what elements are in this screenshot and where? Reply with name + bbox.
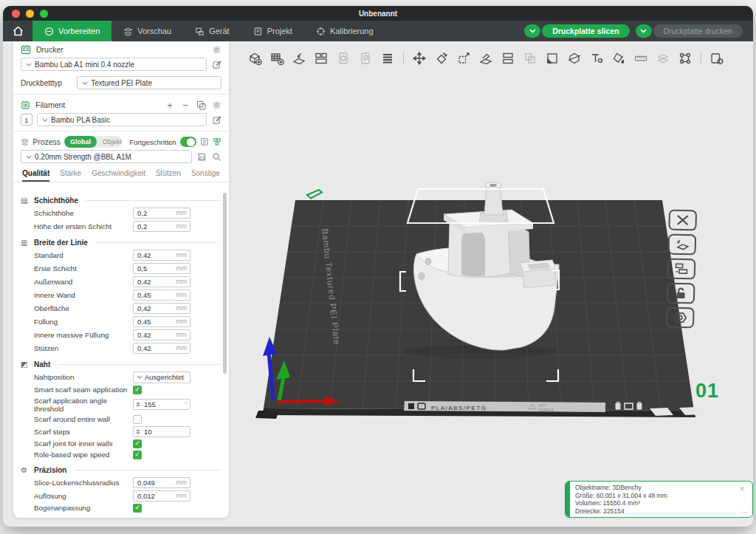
bed-type-select[interactable]: Textured PEI Plate [77,76,221,89]
checkbox[interactable] [133,451,142,459]
tab-kalibrierung[interactable]: Kalibrierung [304,21,385,41]
filament-preset-select[interactable]: Bambu PLA Basic [37,113,207,126]
value-input[interactable]: 0,2mm [133,208,190,219]
setting-row: Slice-Lückenschlussradius 0,049mm [13,476,229,489]
value-input[interactable]: 0,42mm [133,250,190,261]
tab-label: Gerät [209,27,230,35]
value-input[interactable]: 0,2mm [133,221,190,232]
plate-action-buttons [666,210,697,329]
info-size: Größe: 60.001 x 31.004 x 48 mm [575,492,736,500]
checkbox[interactable] [133,504,142,513]
slice-plate-button[interactable]: Druckplatte slicen [542,24,629,38]
tab-sonstige[interactable]: Sonstige [191,169,220,182]
viewport-3d[interactable]: Bambu Textured PEI Plate [229,47,753,527]
value-input[interactable]: 0,5mm [133,263,190,274]
arrange-plate-button[interactable] [667,259,696,280]
tab-qualitaet[interactable]: Qualität [22,169,49,182]
checkbox[interactable] [133,439,142,448]
seam-position-select[interactable]: Ausgerichtet [133,372,190,383]
process-tabs: Qualität Stärke Geschwindigkeit Stützen … [13,165,229,182]
sync-filament-icon[interactable] [196,100,206,110]
tab-geschwindigkeit[interactable]: Geschwindigkeit [92,169,145,182]
object-structure-icon[interactable] [213,137,221,147]
setting-row: Nahtposition Ausgerichtet [13,370,229,384]
plate-front-tab [255,411,279,419]
project-icon [253,27,263,36]
tab-vorschau[interactable]: Vorschau [111,21,183,41]
main-tabbar: Vorbereiten Vorschau Gerät Projekt Kalib… [3,21,753,41]
value-input[interactable]: 0,45mm [133,290,190,301]
setting-row: Stützen 0,42mm [13,341,229,355]
scope-global-button[interactable]: Global [64,136,97,148]
lock-plate-button[interactable] [667,282,695,304]
info-minimize-icon[interactable]: — [741,508,748,516]
save-preset-icon[interactable] [196,151,207,162]
value-input[interactable]: 0,42mm [133,343,190,354]
value-input[interactable]: 0,42mm [133,276,190,287]
chevron-down-icon [82,81,88,85]
printer-preset-select[interactable]: Bambu Lab A1 mini 0.4 nozzle [21,58,207,71]
object-info-box: Objektname: 3DBenchy Größe: 60.001 x 31.… [565,481,753,518]
setting-row: Außenwand 0,42mm [13,275,229,288]
advanced-toggle[interactable] [180,137,196,147]
remove-filament-button[interactable]: − [180,100,190,110]
home-button[interactable] [3,21,32,41]
setting-row: Scarf steps 10 [13,425,229,438]
process-section-title: Prozess [32,137,61,146]
tab-geraet[interactable]: Gerät [183,21,241,41]
value-stepper[interactable]: 10 [133,426,190,437]
filament-settings-gear-icon[interactable] [211,100,221,110]
layer-height-icon: ▤ [21,196,30,205]
setting-row: Scarf joint for inner walls [13,438,229,449]
setting-row: Smart scarf seam application [13,384,229,395]
value-input[interactable]: 0,012mm [133,490,190,502]
tab-label: Vorschau [137,27,171,35]
printer-icon [21,45,31,55]
chevron-down-icon [529,29,536,33]
tab-label: Kalibrierung [330,27,374,35]
value-input[interactable]: 0,45mm [133,316,190,327]
tab-staerke[interactable]: Stärke [60,169,81,182]
setting-row: Standard 0,42mm [13,248,229,261]
sidebar-scrollbar[interactable] [223,193,227,374]
setting-row: Oberfläche 0,42mm [13,301,229,315]
chevron-down-icon [26,63,32,66]
filament-slot-badge: 1 [21,114,32,126]
add-filament-button[interactable]: + [165,100,175,110]
tab-vorbereiten[interactable]: Vorbereiten [32,21,111,41]
edit-filament-icon[interactable] [211,114,221,125]
setting-row: Scarf around entire wall [13,414,229,425]
printer-settings-gear-icon[interactable] [211,44,221,55]
chevron-down-icon [42,118,48,122]
print-options-dropdown[interactable] [636,24,652,38]
auto-orient-plate-button[interactable] [668,234,697,256]
printer-section-title: Drucker [36,45,63,54]
checkbox[interactable] [133,415,142,424]
settings-scroll-area[interactable]: ▤ Schichthöhe Schichthöhe 0,2mm Höhe der… [13,189,229,515]
slice-options-dropdown[interactable] [524,24,540,38]
process-preset-select[interactable]: 0.20mm Strength @BBL A1M [21,150,192,163]
plate-settings-button[interactable] [666,307,695,328]
orient-plate-icon [675,239,690,251]
chevron-down-icon [640,29,647,33]
value-input[interactable]: 0,42mm [133,329,190,340]
value-input[interactable]: 0,049mm [133,477,190,488]
group-header-praezision: ⚙ Präzision [13,463,229,476]
device-icon [195,27,205,36]
tab-stuetzen[interactable]: Stützen [156,169,181,182]
search-preset-icon[interactable] [211,151,221,162]
tab-label: Vorbereiten [58,27,100,35]
scope-objects-button[interactable]: Objekte [97,136,122,148]
delete-plate-button[interactable] [668,210,697,231]
tab-projekt[interactable]: Projekt [241,21,304,41]
value-stepper[interactable]: 155° [133,399,190,410]
parameter-list-icon[interactable] [200,137,209,147]
value-input[interactable]: 0,42mm [133,303,190,314]
checkbox[interactable] [133,386,142,394]
plate-edit-pencil-icon[interactable] [307,190,322,199]
edit-printer-icon[interactable] [211,59,221,69]
print-plate-button[interactable]: Druckplatte drucken [653,24,743,38]
prepare-icon [44,27,54,36]
info-object-name: Objektname: 3DBenchy [575,484,736,492]
setting-row: Bogenanpassung [13,502,229,513]
